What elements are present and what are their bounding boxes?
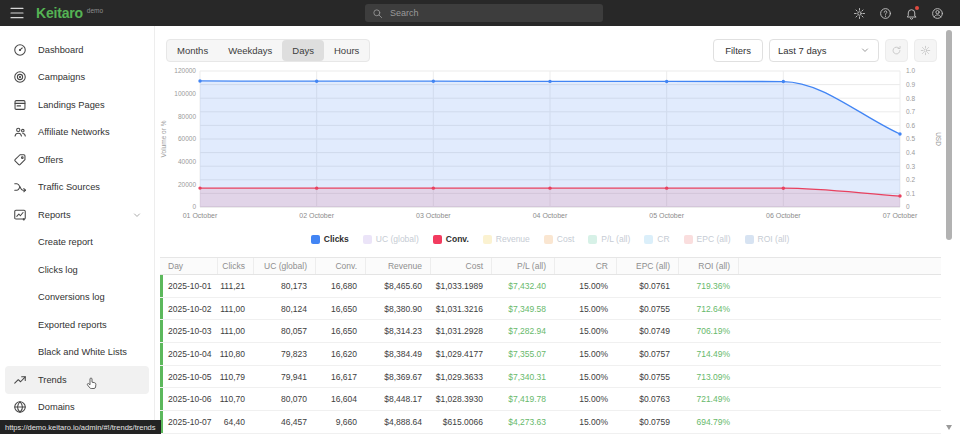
search-input[interactable] [365,4,603,22]
legend-label: P/L (all) [601,234,630,244]
chart-canvas: 00.10.20.30.40.50.60.70.80.91.0020000400… [155,66,945,228]
cell-revenue: $8,448.17 [365,388,430,410]
cell-cr: 15.00% [554,298,616,320]
menu-icon[interactable] [9,5,25,21]
cell-epc-all-: $0.0755 [616,366,678,388]
tab-months[interactable]: Months [167,40,218,61]
scrollbar-thumb[interactable] [946,30,952,240]
sidebar-item-create-report[interactable]: Create report [0,229,154,257]
svg-text:0: 0 [906,203,910,210]
svg-text:0.9: 0.9 [906,81,915,88]
sidebar: DashboardCampaignsLandings PagesAffiliat… [0,26,155,434]
sidebar-item-affiliate-networks[interactable]: Affiliate Networks [0,119,154,147]
sidebar-item-offers[interactable]: Offers [0,146,154,174]
column-header-clicks[interactable]: Clicks [217,258,253,274]
legend-swatch [745,235,754,244]
help-icon[interactable] [879,7,892,20]
cell-conv-: 16,620 [315,343,365,365]
legend-label: Cost [557,234,574,244]
refresh-icon [891,45,902,56]
cell-uc-global-: 80,057 [253,320,315,342]
legend-item-cr[interactable]: CR [644,234,669,244]
column-header-roi-all-[interactable]: ROI (all) [678,258,738,274]
svg-text:0.3: 0.3 [906,163,915,170]
legend-item-roi-all-[interactable]: ROI (all) [745,234,790,244]
legend-item-clicks[interactable]: Clicks [311,234,349,244]
cell-day: 2025-10-07 [160,411,217,433]
app-logo[interactable]: Keitaro [36,5,83,21]
legend-item-uc-global-[interactable]: UC (global) [363,234,419,244]
legend-swatch [684,235,693,244]
cell-uc-global-: 79,941 [253,366,315,388]
cell-conv-: 16,650 [315,298,365,320]
cell-cost: $1,028.3930 [430,388,491,410]
sidebar-item-campaigns[interactable]: Campaigns [0,64,154,92]
legend-item-cost[interactable]: Cost [544,234,574,244]
cell-roi-all-: 714.49% [678,343,738,365]
column-header-cr[interactable]: CR [554,258,616,274]
svg-text:Volume or %: Volume or % [160,120,167,157]
sidebar-item-label: Conversions log [38,292,154,302]
table-row: 2025-10-06110,7080,07016,604$8,448.17$1,… [160,388,941,411]
legend-item-epc-all-[interactable]: EPC (all) [684,234,731,244]
chevron-down-icon [860,45,870,55]
sidebar-item-label: Campaigns [38,72,154,82]
cell-day: 2025-10-01 [160,275,217,297]
column-header-filler [738,258,941,274]
date-range-value: Last 7 days [778,45,827,56]
scrollbar-down-arrow[interactable] [946,425,952,430]
cell-p-l-all-: $4,273.63 [491,411,554,433]
column-header-conv-[interactable]: Conv. [315,258,365,274]
sidebar-item-domains[interactable]: Domains [0,394,154,422]
legend-swatch [588,235,597,244]
svg-text:0.8: 0.8 [906,95,915,102]
column-header-cost[interactable]: Cost [430,258,491,274]
tab-weekdays[interactable]: Weekdays [218,40,282,61]
column-header-day[interactable]: Day [160,258,217,274]
svg-text:03 October: 03 October [416,212,451,219]
sidebar-item-conversions-log[interactable]: Conversions log [0,284,154,312]
cell-cost: $615.0066 [430,411,491,433]
column-header-epc-all-[interactable]: EPC (all) [616,258,678,274]
sidebar-item-black-and-white-lists[interactable]: Black and White Lists [0,339,154,367]
legend-item-revenue[interactable]: Revenue [483,234,530,244]
filters-button[interactable]: Filters [713,39,763,62]
sidebar-item-dashboard[interactable]: Dashboard [0,36,154,64]
account-icon[interactable] [931,7,944,20]
cell-day: 2025-10-06 [160,388,217,410]
tag-icon [13,153,27,167]
cell-cr: 15.00% [554,411,616,433]
chart-settings-button[interactable] [914,39,937,62]
sidebar-item-label: Offers [38,155,154,165]
cell-epc-all-: $0.0763 [616,388,678,410]
tab-hours[interactable]: Hours [324,40,369,61]
sidebar-item-trends[interactable]: Trends [5,366,149,394]
logo-demo-badge: demo [87,7,103,14]
cell-p-l-all-: $7,419.78 [491,388,554,410]
tab-days[interactable]: Days [282,40,324,61]
svg-text:120000: 120000 [174,67,196,74]
legend-item-p-l-all-[interactable]: P/L (all) [588,234,630,244]
sidebar-item-exported-reports[interactable]: Exported reports [0,311,154,339]
bell-icon[interactable] [905,7,918,20]
sidebar-item-traffic-sources[interactable]: Traffic Sources [0,174,154,202]
chart-legend: ClicksUC (global)Conv.RevenueCostP/L (al… [155,231,945,247]
cell-epc-all-: $0.0755 [616,298,678,320]
legend-item-conv-[interactable]: Conv. [433,234,469,244]
date-range-select[interactable]: Last 7 days [769,39,879,62]
sidebar-item-reports[interactable]: Reports [0,201,154,229]
column-header-revenue[interactable]: Revenue [365,258,430,274]
svg-text:60000: 60000 [178,135,196,142]
column-header-p-l-all-[interactable]: P/L (all) [491,258,554,274]
sidebar-item-label: Clicks log [38,265,154,275]
legend-label: Revenue [496,234,530,244]
sidebar-item-landings-pages[interactable]: Landings Pages [0,91,154,119]
legend-swatch [433,235,442,244]
svg-text:100000: 100000 [174,90,196,97]
refresh-button[interactable] [885,39,908,62]
cell-revenue: $8,314.23 [365,320,430,342]
sidebar-item-clicks-log[interactable]: Clicks log [0,256,154,284]
column-header-uc-global-[interactable]: UC (global) [253,258,315,274]
gear-icon[interactable] [853,7,866,20]
cell-roi-all-: 719.36% [678,275,738,297]
